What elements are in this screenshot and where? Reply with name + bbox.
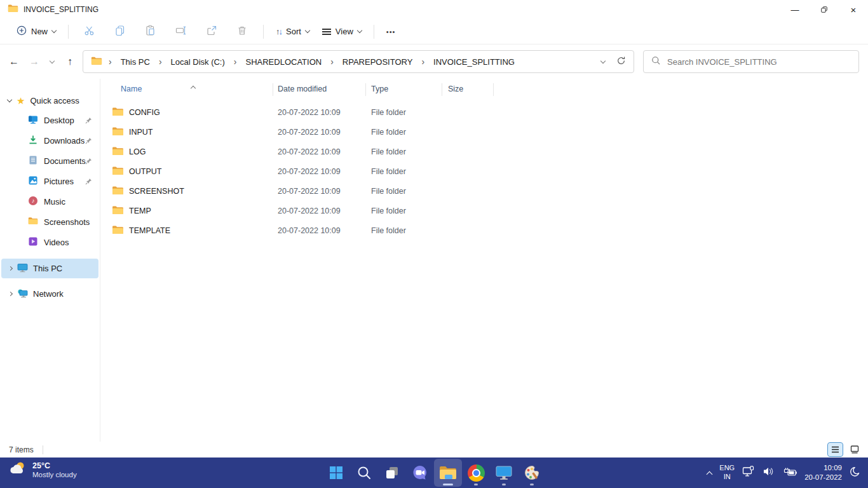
- copy-button[interactable]: [107, 21, 133, 43]
- table-row[interactable]: LOG 20-07-2022 10:09 File folder: [100, 142, 868, 161]
- breadcrumb-item[interactable]: SHAREDLOCATION: [246, 57, 322, 67]
- network-icon: [17, 288, 28, 300]
- file-type: File folder: [371, 226, 406, 235]
- chevron-right-icon[interactable]: ›: [234, 57, 237, 67]
- status-bar: 7 items: [0, 442, 868, 458]
- sidebar-item-desktop[interactable]: Desktop: [1, 110, 98, 130]
- table-row[interactable]: TEMP 20-07-2022 10:09 File folder: [100, 201, 868, 220]
- new-button[interactable]: New: [10, 22, 62, 41]
- chevron-down-icon[interactable]: [7, 97, 12, 102]
- breadcrumb-item[interactable]: This PC: [121, 57, 150, 67]
- sort-button-label: Sort: [286, 27, 301, 36]
- chevron-right-icon[interactable]: ›: [159, 57, 162, 67]
- sidebar-item-pictures[interactable]: Pictures: [1, 171, 98, 191]
- chrome-button[interactable]: [462, 459, 490, 487]
- table-row[interactable]: SCREENSHOT 20-07-2022 10:09 File folder: [100, 181, 868, 201]
- file-date: 20-07-2022 10:09: [278, 226, 341, 235]
- table-row[interactable]: CONFIG 20-07-2022 10:09 File folder: [100, 102, 868, 122]
- address-bar[interactable]: › This PC › Local Disk (C:) › SHAREDLOCA…: [83, 50, 634, 73]
- weather-condition: Mostly cloudy: [32, 471, 77, 478]
- taskbar-clock[interactable]: 10:09 20-07-2022: [804, 463, 842, 482]
- sort-ascending-icon: [191, 81, 195, 93]
- network-tray-icon[interactable]: [742, 466, 755, 480]
- table-row[interactable]: OUTPUT 20-07-2022 10:09 File folder: [100, 161, 868, 181]
- delete-button[interactable]: [229, 21, 255, 43]
- remote-desktop-button[interactable]: [490, 459, 518, 487]
- chevron-right-icon[interactable]: [8, 292, 13, 296]
- svg-text:♪: ♪: [32, 197, 35, 204]
- start-button[interactable]: [322, 459, 350, 487]
- details-view-toggle[interactable]: [828, 443, 843, 456]
- sort-button[interactable]: ↑↓ Sort: [269, 23, 316, 40]
- see-more-button[interactable]: •••: [380, 24, 402, 39]
- view-button[interactable]: View: [316, 23, 368, 40]
- chevron-right-icon[interactable]: [8, 266, 13, 271]
- file-explorer-button[interactable]: [434, 459, 462, 487]
- column-header-type[interactable]: Type: [371, 85, 388, 93]
- folder-icon: [112, 166, 124, 177]
- task-view-button[interactable]: [378, 459, 406, 487]
- breadcrumb-item[interactable]: RPAREPOSITORY: [342, 57, 413, 67]
- column-divider[interactable]: [365, 83, 366, 96]
- do-not-disturb-moon-icon[interactable]: [850, 466, 862, 480]
- breadcrumb-item[interactable]: Local Disk (C:): [171, 57, 225, 67]
- sidebar-item-this-pc[interactable]: This PC: [1, 259, 98, 278]
- close-button[interactable]: ×: [839, 0, 868, 19]
- hidden-icons-chevron-icon[interactable]: [707, 471, 713, 477]
- share-button[interactable]: [199, 21, 224, 43]
- videos-icon: [28, 236, 38, 248]
- language-indicator[interactable]: ENG IN: [719, 464, 735, 482]
- file-date: 20-07-2022 10:09: [278, 108, 341, 117]
- chevron-right-icon[interactable]: ›: [421, 57, 424, 67]
- folder-icon: [91, 56, 102, 68]
- file-name: TEMPLATE: [129, 226, 170, 235]
- restore-button[interactable]: [810, 0, 839, 19]
- breadcrumb-item[interactable]: INVOICE_SPLITTING: [433, 57, 515, 67]
- refresh-icon[interactable]: [616, 56, 626, 68]
- address-dropdown-chevron-icon[interactable]: [600, 58, 606, 63]
- thumbnails-view-toggle[interactable]: [847, 443, 862, 456]
- breadcrumb: › This PC › Local Disk (C:) › SHAREDLOCA…: [109, 57, 515, 67]
- sidebar-item-label: Desktop: [44, 116, 74, 125]
- sidebar-item-music[interactable]: ♪ Music: [1, 191, 98, 212]
- sidebar-item-documents[interactable]: Documents: [1, 151, 98, 171]
- volume-icon[interactable]: [763, 466, 775, 479]
- chevron-right-icon[interactable]: ›: [330, 57, 334, 67]
- folder-icon: [28, 217, 38, 227]
- paint-button[interactable]: [518, 459, 546, 487]
- column-divider[interactable]: [493, 83, 494, 96]
- search-input[interactable]: [667, 57, 851, 67]
- column-divider[interactable]: [442, 83, 442, 96]
- ellipsis-icon: •••: [386, 28, 396, 36]
- taskbar-search-button[interactable]: [350, 459, 378, 487]
- battery-charging-icon[interactable]: [782, 467, 797, 479]
- column-header-name[interactable]: Name: [121, 85, 142, 93]
- chevron-right-icon[interactable]: ›: [109, 57, 112, 67]
- rename-button[interactable]: [168, 21, 194, 43]
- running-indicator: [502, 484, 506, 485]
- table-row[interactable]: TEMPLATE 20-07-2022 10:09 File folder: [100, 220, 868, 240]
- desktop-icon: [28, 114, 38, 126]
- minimize-button[interactable]: —: [780, 0, 810, 19]
- recent-locations-button[interactable]: [44, 51, 60, 72]
- back-button[interactable]: ←: [4, 51, 24, 72]
- forward-button[interactable]: →: [24, 51, 44, 72]
- file-type: File folder: [371, 167, 406, 176]
- sidebar-item-screenshots[interactable]: Screenshots: [1, 212, 98, 232]
- file-name: OUTPUT: [129, 167, 161, 176]
- sidebar-item-videos[interactable]: Videos: [1, 232, 98, 252]
- weather-widget[interactable]: 25°C Mostly cloudy: [8, 461, 77, 478]
- sidebar-item-network[interactable]: Network: [1, 284, 98, 304]
- cut-button[interactable]: [77, 21, 102, 43]
- chevron-down-icon: [51, 28, 57, 33]
- up-button[interactable]: ↑: [60, 51, 80, 72]
- column-header-size[interactable]: Size: [448, 85, 463, 93]
- paste-button[interactable]: [138, 21, 163, 43]
- window-title: INVOICE_SPLITTING: [24, 5, 98, 14]
- sidebar-item-quick-access[interactable]: ★ Quick access: [1, 91, 98, 110]
- sidebar-item-downloads[interactable]: Downloads: [1, 130, 98, 151]
- table-row[interactable]: INPUT 20-07-2022 10:09 File folder: [100, 122, 868, 142]
- column-header-date-modified[interactable]: Date modified: [278, 85, 327, 93]
- column-divider[interactable]: [273, 83, 273, 96]
- teams-chat-button[interactable]: [406, 459, 434, 487]
